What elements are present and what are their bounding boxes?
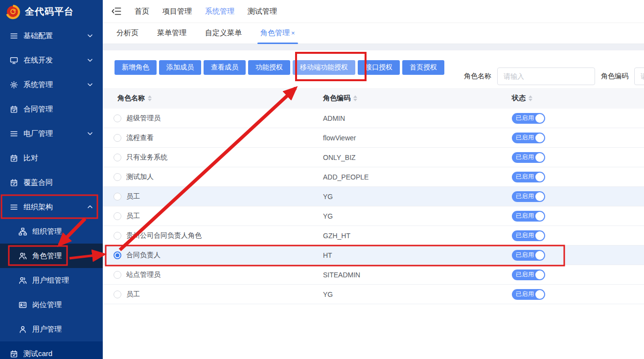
sidebar-item-label: 岗位管理	[32, 300, 62, 310]
row-radio[interactable]	[114, 251, 121, 259]
status-toggle[interactable]: 已启用	[512, 211, 545, 222]
sidebar-item-cover-contract[interactable]: 覆盖合同	[0, 170, 103, 195]
topnav-item-test-mgmt[interactable]: 测试管理	[248, 7, 277, 16]
role-name: 员工	[126, 212, 140, 221]
sidebar-item-basic-config[interactable]: 基础配置	[0, 23, 103, 48]
role-name: 只有业务系统	[126, 153, 167, 162]
status-toggle[interactable]: 已启用	[512, 191, 545, 202]
role-code-filter-input[interactable]	[634, 67, 644, 85]
table-header: 角色名称角色编码状态	[103, 88, 644, 109]
table-row[interactable]: 贵州公司合同负责人角色GZH_HT已启用	[103, 226, 644, 246]
toggle-knob	[535, 134, 544, 142]
table-row[interactable]: 只有业务系统ONLY_BIZ已启用	[103, 148, 644, 167]
column-header-code[interactable]: 角色编码	[323, 94, 512, 103]
user-group-icon	[19, 276, 27, 285]
role-code: HT	[323, 251, 512, 259]
sidebar-item-org-mgmt[interactable]: 组织管理	[0, 219, 103, 244]
status-toggle[interactable]: 已启用	[512, 152, 545, 163]
close-icon[interactable]: ×	[291, 30, 295, 36]
table-row[interactable]: 员工YG已启用	[103, 285, 644, 304]
status-toggle[interactable]: 已启用	[512, 250, 545, 261]
role-name: 测试加人	[126, 173, 154, 181]
tab-menu-mgmt[interactable]: 菜单管理	[154, 28, 189, 44]
mobile-function-auth-button[interactable]: 移动端功能授权	[293, 60, 355, 75]
role-code: YG	[323, 212, 512, 220]
collapse-menu-icon[interactable]	[112, 7, 121, 16]
toggle-knob	[535, 251, 544, 260]
sidebar-item-system-mgmt[interactable]: 系统管理	[0, 72, 103, 97]
chevron-down-icon	[87, 57, 93, 63]
row-radio[interactable]	[114, 173, 121, 181]
topnav-item-system-mgmt[interactable]: 系统管理	[205, 7, 234, 16]
row-radio[interactable]	[114, 212, 121, 220]
table-row[interactable]: 站点管理员SITEADMIN已启用	[103, 265, 644, 285]
user-icon	[19, 325, 27, 334]
sidebar-item-plant-mgmt[interactable]: 电厂管理	[0, 121, 103, 146]
column-header-status[interactable]: 状态	[512, 94, 644, 103]
homepage-auth-button[interactable]: 首页授权	[402, 60, 444, 75]
toggle-knob	[535, 114, 544, 123]
tab-label: 菜单管理	[157, 28, 186, 38]
calendar-icon	[10, 105, 18, 113]
row-radio[interactable]	[114, 193, 121, 201]
role-name: 合同负责人	[126, 251, 161, 260]
status-toggle[interactable]: 已启用	[512, 172, 545, 182]
role-name-cell: 测试加人	[103, 173, 323, 181]
table-row[interactable]: 流程查看flowViewer已启用	[103, 128, 644, 148]
role-name-cell: 贵州公司合同负责人角色	[103, 231, 323, 240]
row-radio[interactable]	[114, 271, 121, 279]
toggle-knob	[535, 173, 544, 181]
table-row[interactable]: 合同负责人HT已启用	[103, 246, 644, 265]
sidebar-item-contract-mgmt[interactable]: 合同管理	[0, 97, 103, 121]
sidebar-item-post-mgmt[interactable]: 岗位管理	[0, 292, 103, 317]
row-radio[interactable]	[114, 232, 121, 240]
column-header-name[interactable]: 角色名称	[103, 94, 323, 103]
role-code: YG	[323, 291, 512, 298]
add-role-button[interactable]: 新增角色	[115, 60, 157, 75]
sort-carets-icon	[353, 95, 357, 101]
tab-role-mgmt[interactable]: 角色管理×	[257, 28, 298, 44]
role-name-filter-label: 角色名称	[464, 72, 491, 81]
add-member-button[interactable]: 添加成员	[159, 60, 201, 75]
sidebar-item-online-dev[interactable]: 在线开发	[0, 48, 103, 72]
table-row[interactable]: 测试加人ADD_PEOPLE已启用	[103, 167, 644, 187]
table-row[interactable]: 员工YG已启用	[103, 206, 644, 226]
sidebar-item-label: 测试card	[23, 349, 52, 359]
row-radio[interactable]	[114, 134, 121, 142]
tab-analysis-page[interactable]: 分析页	[114, 28, 141, 44]
table-row[interactable]: 员工YG已启用	[103, 187, 644, 206]
status-badge: 已启用	[516, 173, 534, 181]
function-auth-button[interactable]: 功能授权	[248, 60, 290, 75]
sidebar-item-user-mgmt[interactable]: 用户管理	[0, 317, 103, 341]
row-radio[interactable]	[114, 114, 121, 122]
tab-custom-menu[interactable]: 自定义菜单	[202, 28, 245, 44]
status-cell: 已启用	[512, 211, 644, 222]
status-cell: 已启用	[512, 230, 644, 241]
row-radio[interactable]	[114, 154, 121, 161]
row-radio[interactable]	[114, 291, 121, 298]
role-people-icon	[19, 252, 27, 260]
table-row[interactable]: 超级管理员ADMIN已启用	[103, 109, 644, 128]
filter-bar: 角色名称 角色编码	[464, 67, 644, 85]
view-members-button[interactable]: 查看成员	[204, 60, 246, 75]
sidebar-item-role-mgmt[interactable]: 角色管理	[0, 244, 103, 268]
topnav-item-project-mgmt[interactable]: 项目管理	[162, 7, 192, 16]
status-toggle[interactable]: 已启用	[512, 230, 545, 241]
sidebar-item-test-card[interactable]: 测试card	[0, 341, 103, 359]
role-name-filter-input[interactable]	[497, 67, 595, 85]
status-toggle[interactable]: 已启用	[512, 269, 545, 280]
app-root: { "colors": { "accent": "#4c86f0", "anno…	[0, 0, 644, 359]
status-toggle[interactable]: 已启用	[512, 113, 545, 124]
status-toggle[interactable]: 已启用	[512, 133, 545, 143]
api-auth-button[interactable]: 接口授权	[358, 60, 400, 75]
role-name-cell: 员工	[103, 192, 323, 201]
toggle-knob	[535, 290, 544, 299]
sidebar-item-compare[interactable]: 比对	[0, 146, 103, 170]
status-cell: 已启用	[512, 113, 644, 124]
sidebar-item-org-structure[interactable]: 组织架构	[0, 195, 103, 219]
status-toggle[interactable]: 已启用	[512, 289, 545, 300]
content-panel: 新增角色添加成员查看成员功能授权移动端功能授权接口授权首页授权 角色名称 角色编…	[103, 60, 644, 359]
topnav-item-home[interactable]: 首页	[135, 7, 149, 16]
sidebar-item-user-group-mgmt[interactable]: 用户组管理	[0, 268, 103, 292]
status-badge: 已启用	[516, 270, 534, 279]
